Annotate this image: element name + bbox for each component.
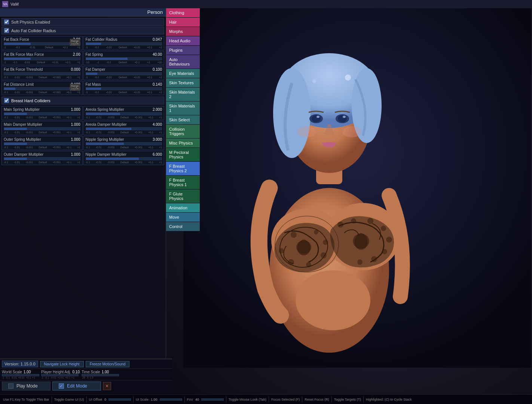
nav-hair[interactable]: Hair [166,18,200,27]
time-scale-value: 1.00 [102,370,109,374]
world-scale-ticks: -1-0.1-0.01+0.01+0.1+1 [2,376,39,379]
reset-focus-label: Reset Focus (R) [305,398,329,401]
edit-mode-checkbox: ✓ [59,383,64,389]
nav-control[interactable]: Control [166,222,200,231]
divider-5 [226,397,226,403]
nipple-damper-multiplier: Nipple Damper Multiplier 6.000 -0.1-0.01… [83,151,165,165]
svg-point-14 [342,126,361,137]
breast-hard-colliders-row[interactable]: Breast Hard Colliders [1,97,164,104]
auto-fat-checkbox[interactable] [4,28,9,33]
fat-mass-slider[interactable] [86,87,162,90]
nav-skin-materials-2[interactable]: Skin Materials 2 [166,88,200,101]
navigate-lock-height-btn[interactable]: Navigate Lock Height [40,361,84,367]
edit-mode-btn[interactable]: ✓ Edit Mode [52,382,101,391]
person-header: Person [0,8,166,16]
svg-point-9 [312,115,321,122]
nav-animation[interactable]: Animation [166,203,200,212]
player-height-value: 0.10 [73,370,80,374]
svg-point-20 [323,240,328,245]
ui-scale-value: 1.00 [151,398,158,401]
nav-clothing[interactable]: Clothing [166,8,200,17]
svg-point-10 [338,115,347,122]
world-scale-block: World Scale 1.00 -1-0.1-0.01+0.01+0.1+1 [2,370,39,379]
nipple-spring-multiplier: Nipple Spring Multiplier 3.000 -0.1-0.01… [83,136,165,150]
svg-point-5 [273,68,311,158]
divider-1 [52,397,52,403]
freeze-motion-btn[interactable]: Freeze Motion/Sound [86,361,130,367]
svg-point-22 [306,262,311,267]
player-height-ticks: -1-0.1-0.01+0.01+0.1+1 [41,376,80,379]
close-btn[interactable]: × [103,382,111,390]
svg-point-35 [296,270,370,330]
fat-spring-slider[interactable] [86,57,162,60]
toggle-game-ui: Toggle Game UI (U) [54,398,84,401]
nav-head-audio[interactable]: Head Audio [166,36,200,45]
version-label: Version: 1.15.0.0 [2,361,38,367]
nav-f-glute-physics[interactable]: F Glute Physics [166,189,200,203]
ui-scale-slider[interactable] [160,398,182,401]
ui-offset-label: UI Offset [89,398,102,401]
highlighted-label: Highlighted: (C) to Cycle Stack [366,398,412,401]
fat-bk-force-max: Fat Bk Force Max Force 2.00 -1-0.1-0.01D… [1,51,83,65]
nav-skin-select[interactable]: Skin Select [166,115,200,124]
fov-slider[interactable] [201,398,224,401]
toggle-targets-label: Toggle Targets (T) [334,398,361,401]
breast-hard-colliders-label: Breast Hard Colliders [11,98,51,103]
physics-section: Soft Physics Enabled Auto Fat Collider R… [0,16,166,167]
fat-back-force-slider[interactable]: Range1x|10x [4,42,80,45]
fat-bk-threshold-slider[interactable] [4,72,80,75]
time-scale-block: Time Scale 1.00 .25.51.0 [82,370,119,379]
main-spring-slider[interactable] [4,112,80,115]
nav-f-breast-physics-1[interactable]: F Breast Physics 1 [166,176,200,189]
fat-collider-radius: Fat Collider Radius 0.047 -1-0.1-0.01Def… [83,36,165,50]
main-damper-slider[interactable] [4,127,80,130]
outer-damper-slider[interactable] [4,157,80,160]
nav-f-breast-physics-2[interactable]: F Breast Physics 2 [166,162,200,175]
fat-bk-threshold: Fat Bk Force Threshold 0.000 -0.1-0.01-0… [1,66,83,80]
play-mode-btn[interactable]: Play Mode [2,382,51,391]
ui-scale-label: UI Scale [136,398,149,401]
nav-morphs[interactable]: Morphs [166,27,200,36]
fat-collider-slider[interactable] [86,42,162,45]
world-scale-label: World Scale [2,370,22,374]
nipple-spring-slider[interactable] [86,142,162,145]
nav-auto-behaviours[interactable]: Auto Behaviours [166,55,200,69]
app-logo: VA [2,1,8,7]
fat-distance-slider[interactable]: Range1x|10x [4,87,80,90]
player-height-block: Player Height Adj. 0.10 -1-0.1-0.01+0.01… [41,370,80,379]
divider-9 [363,397,364,403]
svg-point-18 [291,232,297,238]
auto-fat-row[interactable]: Auto Fat Collider Radius [1,27,164,34]
right-nav: Clothing Hair Morphs Head Audio Plugins … [166,8,200,231]
fat-damper-slider[interactable] [86,72,162,75]
nav-move[interactable]: Move [166,213,200,222]
nav-plugins[interactable]: Plugins [166,46,200,55]
outer-spring-slider[interactable] [4,142,80,145]
areola-damper-slider[interactable] [86,127,162,130]
ui-offset-slider[interactable] [108,398,131,401]
svg-point-12 [343,116,346,118]
auto-fat-label: Auto Fat Collider Radius [11,28,56,33]
breast-hard-colliders-checkbox[interactable] [4,98,9,103]
nav-misc-physics[interactable]: Misc Physics [166,139,200,148]
svg-point-29 [381,226,386,231]
nipple-damper-slider[interactable] [86,157,162,160]
fat-back-force: Fat Back Force 2.00 Range1x|10x -1-0.1-0… [1,36,83,50]
nav-eye-materials[interactable]: Eye Materials [166,69,200,78]
toggle-mouse-label: Toggle Mouse Look (Tab) [229,398,266,401]
fat-spring: Fat Spring 40.00 -10-1-0.1Default+0.1+1+… [83,51,165,65]
fat-mass: Fat Mass 0.140 -1-0.1-0.01Default+0.01+0… [83,81,165,95]
time-scale-label: Time Scale [82,370,100,374]
svg-point-19 [314,230,318,234]
soft-physics-row[interactable]: Soft Physics Enabled [1,18,164,26]
svg-point-28 [367,218,373,224]
nav-skin-textures[interactable]: Skin Textures [166,78,200,87]
nav-skin-materials-1[interactable]: Skin Materials 1 [166,101,200,115]
nav-m-pectoral-physics[interactable]: M Pectoral Physics [166,148,200,161]
title-bar: VA VaM [0,0,532,8]
soft-physics-checkbox[interactable] [4,19,9,24]
nav-collision-triggers[interactable]: Collision Triggers [166,125,200,138]
fat-bk-max-slider[interactable] [4,57,80,60]
svg-point-24 [279,248,284,253]
areola-spring-slider[interactable] [86,112,162,115]
